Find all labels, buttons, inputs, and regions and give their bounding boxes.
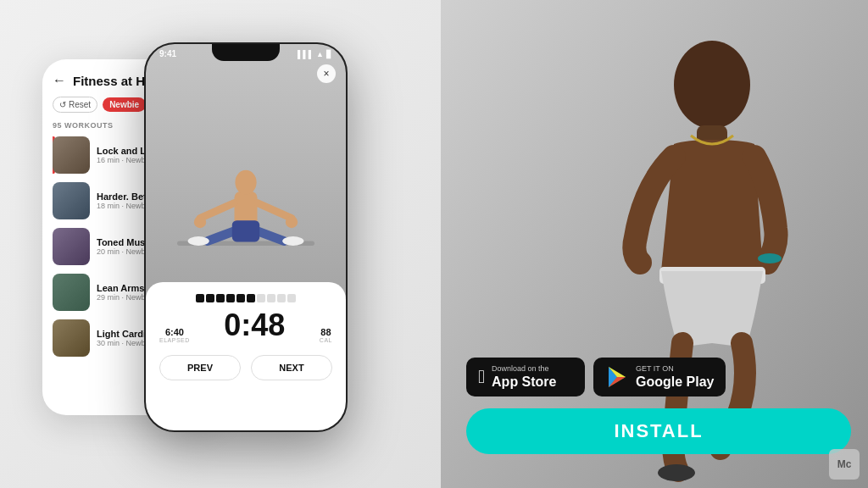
- app-store-button[interactable]:  Download on the App Store: [466, 358, 585, 396]
- prog-bar-4: [226, 294, 235, 302]
- prog-bar-7: [257, 294, 265, 302]
- reset-filter[interactable]: ↺ Reset: [53, 97, 97, 113]
- elapsed-label: ELAPSED: [159, 337, 190, 343]
- play-store-small-text: GET IT ON: [636, 364, 714, 374]
- workout-stats: 6:40 ELAPSED 0:48 88 CAL: [146, 308, 346, 348]
- workout-image: [146, 44, 346, 298]
- svg-point-16: [658, 464, 695, 481]
- svg-rect-11: [232, 220, 259, 241]
- cal-label: CAL: [320, 337, 332, 343]
- prog-bar-3: [216, 294, 225, 302]
- nav-buttons: PREV NEXT: [146, 348, 346, 387]
- workout-thumb-2: [53, 182, 90, 219]
- elapsed-stat: 6:40 ELAPSED: [159, 327, 190, 343]
- svg-point-17: [758, 253, 782, 263]
- right-panel:  Download on the App Store GET IT ON Go…: [441, 0, 868, 488]
- battery-icon: ▊: [326, 50, 332, 58]
- close-button[interactable]: ×: [317, 64, 336, 83]
- app-store-text: Download on the App Store: [492, 364, 556, 390]
- prev-button[interactable]: PREV: [159, 355, 241, 380]
- workout-thumb-5: [53, 319, 90, 357]
- workout-thumb-4: [53, 274, 90, 311]
- prog-bar-1: [196, 294, 204, 302]
- prog-bar-9: [277, 294, 286, 302]
- newbie-filter[interactable]: Newbie: [103, 97, 146, 112]
- svg-line-3: [200, 203, 235, 219]
- svg-point-2: [235, 170, 256, 195]
- workout-controls: 6:40 ELAPSED 0:48 88 CAL PREV NEXT: [146, 282, 346, 430]
- svg-point-6: [286, 216, 298, 228]
- play-store-text: GET IT ON Google Play: [636, 364, 714, 390]
- elapsed-value: 6:40: [159, 327, 190, 337]
- workout-thumb-3: [53, 228, 90, 265]
- workout-meta-4: 29 min · Newbie: [97, 293, 152, 302]
- mc-badge: Mc: [829, 449, 860, 480]
- app-store-large-text: App Store: [492, 374, 556, 390]
- store-buttons:  Download on the App Store GET IT ON Go…: [466, 358, 851, 396]
- signal-icon: ▌▌▌: [298, 50, 314, 58]
- svg-line-4: [258, 203, 292, 219]
- svg-point-10: [282, 236, 303, 246]
- cal-value: 88: [320, 327, 332, 337]
- timer-display: 0:48: [224, 308, 285, 343]
- google-play-button[interactable]: GET IT ON Google Play: [593, 358, 726, 396]
- phone-workout-mockup: 9:41 ▌▌▌ ▲ ▊: [144, 42, 348, 432]
- phone-notch: [212, 44, 280, 61]
- workout-name-4: Lean Arms: [97, 283, 152, 293]
- progress-bars: [146, 282, 346, 308]
- workout-figure-svg: [170, 91, 322, 277]
- apple-icon: : [478, 366, 485, 388]
- reset-label[interactable]: Reset: [69, 100, 91, 109]
- svg-point-9: [188, 236, 209, 246]
- prog-bar-10: [287, 294, 296, 302]
- back-arrow-icon[interactable]: ←: [53, 73, 66, 88]
- prog-bar-5: [236, 294, 245, 302]
- prog-bar-6: [247, 294, 255, 302]
- prog-bar-8: [267, 294, 275, 302]
- workout-thumb-1: [53, 136, 90, 174]
- wifi-icon: ▲: [316, 50, 324, 58]
- svg-point-5: [194, 216, 206, 228]
- svg-point-13: [674, 41, 750, 129]
- next-button[interactable]: NEXT: [251, 355, 332, 380]
- left-panel: ← Fitness at Home ↺ Reset Newbie Med 95 …: [0, 0, 441, 488]
- cta-section:  Download on the App Store GET IT ON Go…: [466, 358, 851, 454]
- play-store-large-text: Google Play: [636, 374, 714, 390]
- install-button[interactable]: INSTALL: [466, 408, 851, 454]
- cal-stat: 88 CAL: [320, 327, 332, 343]
- google-play-icon: [605, 365, 629, 389]
- status-time: 9:41: [159, 49, 176, 58]
- prog-bar-2: [206, 294, 214, 302]
- status-icons: ▌▌▌ ▲ ▊: [298, 50, 332, 58]
- reset-icon: ↺: [59, 100, 66, 109]
- app-store-small-text: Download on the: [492, 364, 556, 374]
- workout-info-4: Lean Arms 29 min · Newbie: [97, 283, 152, 302]
